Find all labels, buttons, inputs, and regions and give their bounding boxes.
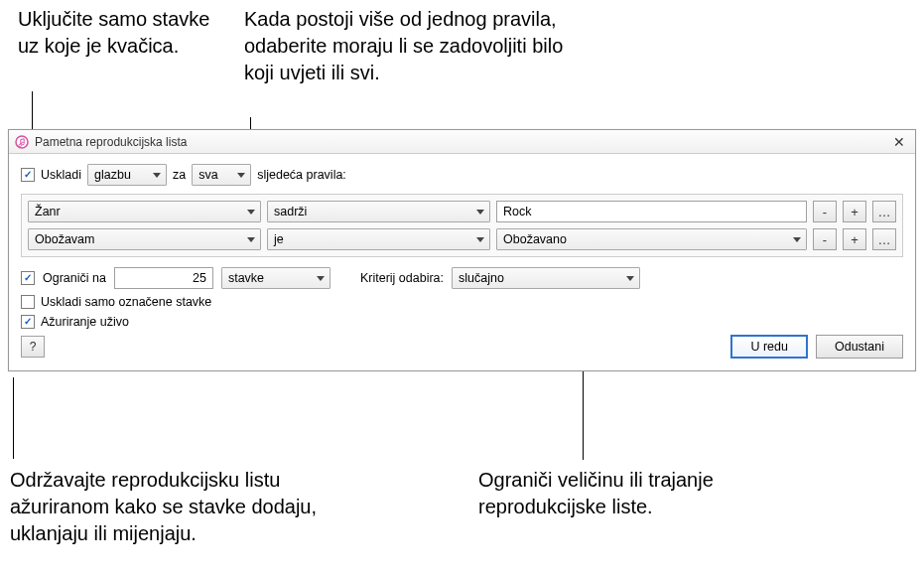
rule-add-button[interactable]: + <box>843 228 866 250</box>
match-suffix: sljedeća pravila: <box>257 168 346 182</box>
cancel-button[interactable]: Odustani <box>816 335 903 359</box>
ok-button[interactable]: U redu <box>730 335 808 359</box>
rule-value-select[interactable]: Obožavano <box>496 228 807 250</box>
input-value: 25 <box>193 271 206 285</box>
dialog-body: Uskladi glazbu za sva sljedeća pravila: … <box>9 154 915 370</box>
smart-playlist-dialog: Pametna reprodukcijska lista ✕ Uskladi g… <box>8 129 916 371</box>
input-value: Rock <box>503 205 531 218</box>
match-media-select[interactable]: glazbu <box>87 164 167 186</box>
match-all-any-select[interactable]: sva <box>192 164 251 186</box>
select-value: glazbu <box>94 168 131 182</box>
rule-row: Obožavam je Obožavano - + … <box>28 228 896 250</box>
select-value: je <box>274 232 284 246</box>
rule-remove-button[interactable]: - <box>813 201 837 222</box>
select-value: Žanr <box>35 205 61 218</box>
live-update-checkbox[interactable] <box>21 315 35 329</box>
close-button[interactable]: ✕ <box>889 132 909 152</box>
select-value: stavke <box>228 271 264 285</box>
select-value: Obožavano <box>503 232 567 246</box>
match-for: za <box>173 168 186 182</box>
select-value: sva <box>198 168 217 182</box>
limit-label: Ograniči na <box>43 271 106 285</box>
checked-only-checkbox[interactable] <box>21 295 35 309</box>
rule-add-button[interactable]: + <box>843 201 866 222</box>
callout-live-update: Održavajte reprodukcijsku listu ažuriran… <box>10 467 337 547</box>
rules-container: Žanr sadrži Rock - + … Obožavam je Oboža… <box>21 194 903 257</box>
live-update-label: Ažuriranje uživo <box>41 315 129 329</box>
live-update-row: Ažuriranje uživo <box>21 315 903 329</box>
rule-op-select[interactable]: sadrži <box>267 201 490 222</box>
match-label: Uskladi <box>41 168 81 182</box>
rule-more-button[interactable]: … <box>872 201 896 222</box>
rule-field-select[interactable]: Obožavam <box>28 228 261 250</box>
titlebar: Pametna reprodukcijska lista ✕ <box>9 130 915 154</box>
rule-value-input[interactable]: Rock <box>496 201 807 222</box>
rule-more-button[interactable]: … <box>872 228 896 250</box>
criteria-label: Kriterij odabira: <box>360 271 444 285</box>
limit-amount-input[interactable]: 25 <box>114 267 213 289</box>
limit-row: Ograniči na 25 stavke Kriterij odabira: … <box>21 267 903 289</box>
criteria-select[interactable]: slučajno <box>452 267 640 289</box>
select-value: sadrži <box>274 205 307 218</box>
limit-checkbox[interactable] <box>21 271 35 285</box>
rule-field-select[interactable]: Žanr <box>28 201 261 222</box>
rule-remove-button[interactable]: - <box>813 228 837 250</box>
help-button[interactable]: ? <box>21 336 45 358</box>
select-value: slučajno <box>459 271 504 285</box>
dialog-title: Pametna reprodukcijska lista <box>35 135 889 149</box>
rule-row: Žanr sadrži Rock - + … <box>28 201 896 222</box>
callout-all-any: Kada postoji više od jednog pravila, oda… <box>244 6 582 86</box>
limit-unit-select[interactable]: stavke <box>221 267 330 289</box>
callout-checked-only: Uključite samo stavke uz koje je kvačica… <box>18 6 236 60</box>
checked-only-label: Uskladi samo označene stavke <box>41 295 211 309</box>
select-value: Obožavam <box>35 232 94 246</box>
rule-op-select[interactable]: je <box>267 228 490 250</box>
match-checkbox[interactable] <box>21 168 35 182</box>
callout-limit: Ograniči veličinu ili trajanje reprodukc… <box>478 467 726 520</box>
itunes-icon <box>15 135 29 149</box>
match-row: Uskladi glazbu za sva sljedeća pravila: <box>21 164 903 186</box>
callout-line <box>13 377 14 459</box>
dialog-footer: ? U redu Odustani <box>21 335 903 359</box>
checked-only-row: Uskladi samo označene stavke <box>21 295 903 309</box>
